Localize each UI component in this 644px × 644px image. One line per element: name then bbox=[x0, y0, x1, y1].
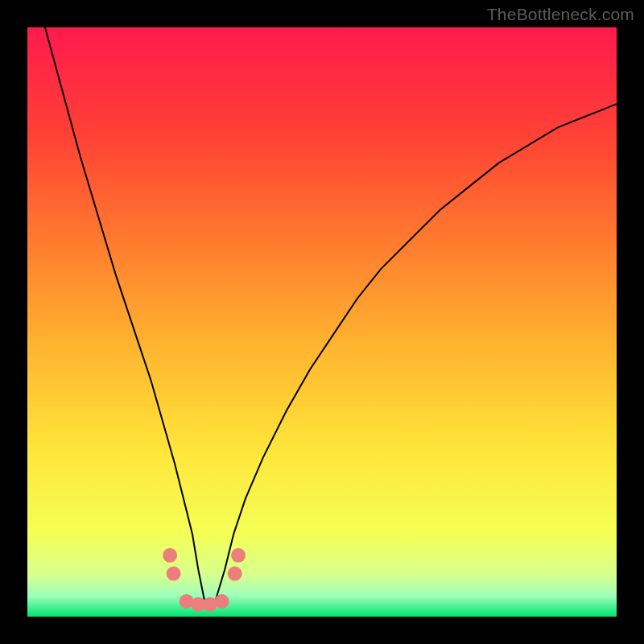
chart-svg bbox=[27, 27, 617, 617]
chart-plot-area bbox=[27, 27, 617, 617]
data-marker bbox=[215, 594, 229, 609]
chart-background bbox=[27, 27, 617, 617]
watermark-text: TheBottleneck.com bbox=[487, 5, 634, 24]
data-marker bbox=[167, 567, 181, 581]
data-marker bbox=[163, 548, 177, 563]
data-marker bbox=[228, 567, 242, 581]
chart-frame: TheBottleneck.com bbox=[0, 0, 644, 644]
data-marker bbox=[231, 548, 246, 563]
